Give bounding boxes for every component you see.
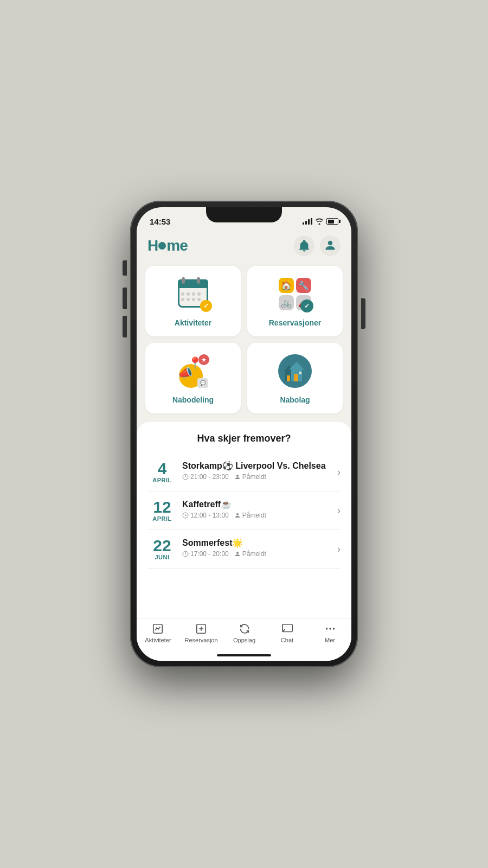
- nav-mer[interactable]: Mer: [314, 622, 346, 643]
- nav-reservasjon[interactable]: Reservasjon: [184, 622, 217, 643]
- person-small-icon-2: [234, 512, 241, 519]
- nav-aktiviteter[interactable]: Aktiviteter: [142, 622, 174, 643]
- notification-button[interactable]: [294, 235, 314, 256]
- event-month-2: APRIL: [147, 515, 177, 522]
- notch: [206, 207, 282, 222]
- nav-oppslag-label: Oppslag: [233, 637, 255, 643]
- person-small-icon: [234, 474, 241, 480]
- event-info-3: Sommerfest🌟 17:00 - 20:00 Påmeldt: [182, 538, 333, 558]
- reservasjoner-card[interactable]: 🏠 🔧 🚲 🚗 ✓ Reservasjoner: [247, 266, 343, 336]
- event-title-2: Kaffetreff☕: [182, 499, 333, 509]
- home-indicator: [137, 650, 351, 661]
- bottom-nav: Aktiviteter Reservasjon: [137, 618, 351, 650]
- nav-mer-label: Mer: [325, 637, 335, 643]
- event-date-1: 4 APRIL: [147, 461, 177, 483]
- event-arrow-3: ›: [337, 544, 341, 555]
- event-month-3: JUNI: [147, 554, 177, 560]
- events-section: Hva skjer fremover? 4 APRIL Storkamp⚽ Li…: [137, 422, 351, 569]
- events-title: Hva skjer fremover?: [147, 433, 341, 444]
- nabodeling-card[interactable]: 📣 📍 ★ 💬 Nabodeling: [145, 343, 241, 413]
- event-status-3: Påmeldt: [234, 550, 266, 558]
- event-info-1: Storkamp⚽ Liverpool Vs. Chelsea 21:00 - …: [182, 461, 333, 481]
- status-time: 14:53: [150, 217, 170, 226]
- clock-icon-2: [182, 512, 189, 519]
- event-meta-3: 17:00 - 20:00 Påmeldt: [182, 550, 333, 558]
- person-icon: [325, 240, 336, 252]
- nabodeling-icon: 📣 📍 ★ 💬: [174, 352, 212, 390]
- clock-icon: [182, 474, 189, 480]
- chat-icon: [281, 622, 294, 635]
- reservasjoner-icon: 🏠 🔧 🚲 🚗 ✓: [276, 275, 314, 313]
- nav-chat[interactable]: Chat: [271, 622, 304, 643]
- event-meta-1: 21:00 - 23:00 Påmeldt: [182, 473, 333, 481]
- event-meta-2: 12:00 - 13:00 Påmeldt: [182, 512, 333, 519]
- clock-icon-3: [182, 551, 189, 557]
- svg-rect-5: [294, 374, 298, 381]
- event-month-1: APRIL: [147, 477, 177, 483]
- battery-icon: [326, 218, 338, 225]
- svg-point-17: [332, 628, 334, 629]
- event-date-3: 22 JUNI: [147, 538, 177, 560]
- event-title-1: Storkamp⚽ Liverpool Vs. Chelsea: [182, 461, 333, 471]
- event-date-2: 12 APRIL: [147, 499, 177, 522]
- app-header: Hme: [137, 231, 351, 263]
- nav-oppslag[interactable]: Oppslag: [228, 622, 261, 643]
- signal-icon: [303, 218, 312, 225]
- reservasjoner-label: Reservasjoner: [269, 318, 322, 327]
- dots-icon: [324, 622, 337, 635]
- nabolag-card[interactable]: Nabolag: [247, 343, 343, 413]
- event-item[interactable]: 4 APRIL Storkamp⚽ Liverpool Vs. Chelsea …: [147, 453, 341, 492]
- wifi-icon: [315, 218, 324, 225]
- svg-point-16: [329, 628, 331, 629]
- event-info-2: Kaffetreff☕ 12:00 - 13:00 Påmeldt: [182, 499, 333, 519]
- status-icons: [303, 218, 338, 225]
- svg-marker-4: [289, 362, 304, 369]
- aktiviteter-icon: ✓: [174, 275, 212, 313]
- event-arrow-2: ›: [337, 505, 341, 516]
- event-day-2: 12: [147, 499, 177, 515]
- event-status-1: Påmeldt: [234, 473, 266, 481]
- grid-section: ✓ Aktiviteter 🏠 🔧 🚲 🚗 ✓: [137, 263, 351, 422]
- nabolag-icon: [276, 352, 314, 390]
- profile-button[interactable]: [320, 235, 341, 256]
- svg-point-15: [325, 628, 327, 629]
- aktiviteter-card[interactable]: ✓ Aktiviteter: [145, 266, 241, 336]
- event-arrow-1: ›: [337, 467, 341, 478]
- header-icons: [294, 235, 341, 256]
- event-day-1: 4: [147, 461, 177, 477]
- loop-icon: [238, 622, 251, 635]
- event-time-3: 17:00 - 20:00: [182, 550, 229, 558]
- home-bar: [217, 654, 271, 656]
- app-content: Hme: [137, 231, 351, 661]
- nav-reservasjon-label: Reservasjon: [184, 637, 217, 643]
- aktiviteter-label: Aktiviteter: [175, 318, 211, 327]
- bell-icon: [299, 240, 310, 252]
- app-logo: Hme: [147, 237, 188, 254]
- event-item-2[interactable]: 12 APRIL Kaffetreff☕ 12:00 - 13:00: [147, 492, 341, 530]
- event-status-2: Påmeldt: [234, 512, 266, 519]
- chart-icon: [151, 622, 164, 635]
- nabodeling-label: Nabodeling: [172, 395, 214, 404]
- nabolag-label: Nabolag: [280, 395, 310, 404]
- event-time-1: 21:00 - 23:00: [182, 473, 229, 481]
- event-day-3: 22: [147, 538, 177, 554]
- svg-rect-6: [299, 372, 301, 374]
- person-small-icon-3: [234, 551, 241, 557]
- event-item-3[interactable]: 22 JUNI Sommerfest🌟 17:00 - 20:00: [147, 530, 341, 569]
- plus-square-icon: [195, 622, 208, 635]
- svg-rect-2: [287, 375, 290, 381]
- event-title-3: Sommerfest🌟: [182, 538, 333, 548]
- event-time-2: 12:00 - 13:00: [182, 512, 229, 519]
- nav-aktiviteter-label: Aktiviteter: [145, 637, 171, 643]
- nav-chat-label: Chat: [281, 637, 293, 643]
